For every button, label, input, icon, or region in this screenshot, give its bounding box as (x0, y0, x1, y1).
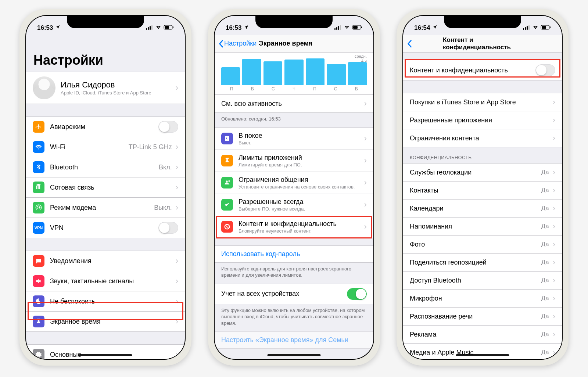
photos-label: Фото (410, 241, 541, 248)
purchases-cell[interactable]: Покупки в iTunes Store и App Store › (403, 93, 562, 111)
airplane-cell[interactable]: Авиарежим (26, 116, 185, 137)
home-indicator (79, 354, 132, 356)
screentime-icon (33, 316, 44, 327)
svg-rect-17 (528, 25, 530, 30)
microphone-cell[interactable]: Микрофон Да › (403, 290, 562, 308)
chevron-icon: › (553, 258, 555, 267)
chart-day-label: П (221, 86, 242, 91)
location-icon (432, 24, 437, 32)
chart-day-label: С (325, 86, 346, 91)
wifi-cell[interactable]: Wi-Fi TP-Link 5 GHz› (26, 137, 185, 157)
downtime-icon (221, 133, 233, 144)
chevron-icon: › (553, 348, 555, 357)
contacts-cell[interactable]: Контакты Да › (403, 182, 562, 200)
use-passcode-cell[interactable]: Использовать код-пароль (215, 245, 373, 263)
content-privacy-toggle[interactable] (535, 64, 555, 76)
chevron-icon: › (553, 294, 555, 303)
wifi-status-icon (344, 24, 350, 32)
dnd-label: Не беспокоить (50, 298, 175, 305)
chevron-icon: › (176, 276, 178, 286)
chevron-icon: › (364, 178, 367, 187)
content-sub: Блокируйте неуместный контент. (239, 228, 363, 234)
content-privacy-toggle-cell[interactable]: Контент и конфиденциальность (403, 60, 562, 80)
chevron-icon: › (553, 186, 555, 195)
location-cell[interactable]: Службы геолокации Да › (403, 163, 562, 182)
sharemy-label: Поделиться геопозицией (410, 259, 541, 266)
ads-value: Да (541, 331, 549, 338)
vpn-cell[interactable]: VPN VPN (26, 218, 185, 238)
wifi-status-icon (155, 24, 162, 32)
btaccess-cell[interactable]: Доступ Bluetooth Да › (403, 272, 562, 290)
activity-footer: Обновлено: сегодня, 16:53 (215, 113, 373, 128)
share-devices-toggle[interactable] (347, 288, 367, 300)
media-cell[interactable]: Медиа и Apple Music Да › (403, 344, 562, 359)
svg-rect-8 (336, 27, 337, 30)
see-activity-cell[interactable]: См. всю активность › (215, 95, 373, 113)
chart-day-label: В (242, 86, 263, 91)
dnd-cell[interactable]: Не беспокоить › (26, 291, 185, 312)
use-passcode-label: Использовать код-пароль (221, 250, 367, 258)
chart-note-1: средн. (355, 54, 367, 59)
general-cell[interactable]: Основные › (26, 344, 185, 359)
svg-rect-14 (523, 28, 524, 30)
family-cell[interactable]: Настроить «Экранное время» для Семьи (215, 331, 373, 349)
wifi-status-icon (532, 24, 539, 32)
hotspot-cell[interactable]: Режим модема Выкл.› (26, 198, 185, 218)
calendars-cell[interactable]: Календари Да › (403, 200, 562, 218)
photos-cell[interactable]: Фото Да › (403, 236, 562, 254)
chart-bar (263, 61, 282, 85)
chevron-icon: › (553, 330, 555, 339)
privacy-header: КОНФИДЕНЦИАЛЬНОСТЬ (403, 147, 562, 163)
bluetooth-cell[interactable]: Bluetooth Вкл.› (26, 157, 185, 177)
chart-day-label: Ч (284, 86, 305, 91)
airplane-toggle[interactable] (158, 121, 178, 133)
vpn-toggle[interactable] (158, 222, 178, 234)
back-button[interactable]: Настройки (218, 40, 257, 48)
allowed-cell[interactable]: Разрешенные всегдаВыберите ПО, нужное вс… (215, 194, 373, 216)
content-label: Контент и конфиденциальность (239, 220, 363, 228)
svg-rect-19 (542, 26, 546, 29)
notifications-icon (33, 255, 44, 267)
chevron-icon: › (364, 222, 367, 231)
nav-title: Контент и конфиденциальность (443, 36, 522, 51)
sharemy-cell[interactable]: Поделиться геопозицией Да › (403, 254, 562, 272)
back-button[interactable] (407, 40, 412, 48)
speech-cell[interactable]: Распознавание речи Да › (403, 308, 562, 326)
btaccess-label: Доступ Bluetooth (410, 277, 541, 284)
downtime-label: В покое (239, 132, 363, 140)
cellular-cell[interactable]: Сотовая связь › (26, 177, 185, 198)
screentime-options: В покоеВыкл. › Лимиты приложенийЛимитиру… (215, 128, 373, 238)
signal-icon (146, 24, 153, 32)
chevron-icon: › (176, 162, 178, 172)
airplane-label: Авиарежим (50, 123, 158, 131)
commlimits-cell[interactable]: Ограничения общенияУстановите ограничени… (215, 172, 373, 194)
share-devices-cell[interactable]: Учет на всех устройствах (215, 284, 373, 304)
sounds-cell[interactable]: Звуки, тактильные сигналы › (26, 271, 185, 291)
applimits-label: Лимиты приложений (239, 154, 363, 162)
reminders-cell[interactable]: Напоминания Да › (403, 218, 562, 236)
ads-cell[interactable]: Реклама Да › (403, 326, 562, 344)
chevron-icon: › (553, 276, 555, 285)
notifications-cell[interactable]: Уведомления › (26, 251, 185, 271)
chart-note-2: 4 ч (355, 59, 367, 64)
airplane-icon (33, 121, 44, 133)
content-icon (221, 221, 233, 233)
downtime-cell[interactable]: В покоеВыкл. › (215, 128, 373, 150)
chevron-icon: › (176, 350, 178, 359)
nav-bar: Настройки Экранное время (215, 35, 373, 53)
location-label: Службы геолокации (410, 169, 541, 176)
photos-value: Да (541, 241, 549, 248)
settings-group-2: Уведомления › Звуки, тактильные сигналы … (26, 251, 185, 332)
allowedapps-cell[interactable]: Разрешенные приложения › (403, 111, 562, 129)
calendars-label: Календари (410, 205, 541, 212)
chevron-icon: › (176, 317, 178, 326)
account-cell[interactable]: Илья Сидоров Apple ID, iCloud, iTunes St… (26, 72, 185, 104)
allowed-label: Разрешенные всегда (239, 198, 363, 206)
cellular-icon (33, 182, 44, 193)
screentime-cell[interactable]: Экранное время › (26, 312, 185, 332)
applimits-cell[interactable]: Лимиты приложенийЛимитируйте время для П… (215, 150, 373, 172)
contentrest-cell[interactable]: Ограничения контента › (403, 129, 562, 147)
svg-rect-12 (353, 26, 358, 29)
status-time: 16:53 (37, 24, 53, 32)
content-cell[interactable]: Контент и конфиденциальностьБлокируйте н… (215, 216, 373, 238)
